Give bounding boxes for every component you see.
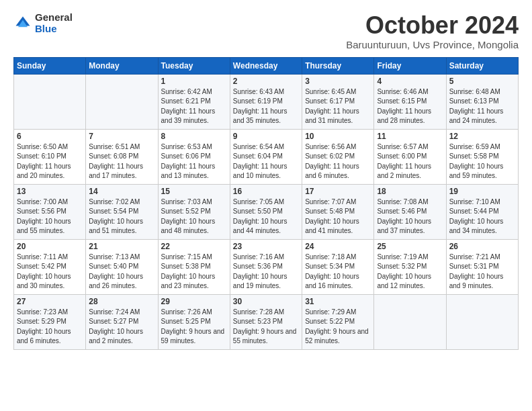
day-cell: 31Sunrise: 7:29 AM Sunset: 5:22 PM Dayli…: [302, 294, 374, 349]
header: General Blue October 2024 Baruunturuun, …: [13, 12, 519, 50]
day-number: 11: [377, 132, 443, 141]
col-header-friday: Friday: [374, 57, 446, 74]
day-info: Sunrise: 6:46 AM Sunset: 6:15 PM Dayligh…: [377, 87, 443, 126]
day-cell: 8Sunrise: 6:53 AM Sunset: 6:06 PM Daylig…: [158, 129, 230, 184]
day-number: 16: [233, 187, 299, 196]
day-info: Sunrise: 6:51 AM Sunset: 6:08 PM Dayligh…: [89, 142, 154, 181]
day-cell: 1Sunrise: 6:42 AM Sunset: 6:21 PM Daylig…: [158, 74, 230, 129]
day-number: 6: [17, 132, 83, 141]
day-number: 20: [17, 242, 83, 251]
day-number: 2: [233, 77, 299, 86]
day-number: 24: [305, 242, 371, 251]
day-number: 4: [377, 77, 443, 86]
day-cell: 5Sunrise: 6:48 AM Sunset: 6:13 PM Daylig…: [446, 74, 518, 129]
logo: General Blue: [13, 12, 73, 34]
day-number: 29: [161, 297, 227, 306]
day-info: Sunrise: 6:43 AM Sunset: 6:19 PM Dayligh…: [233, 87, 299, 126]
day-number: 19: [449, 187, 515, 196]
day-cell: 29Sunrise: 7:26 AM Sunset: 5:25 PM Dayli…: [158, 294, 230, 349]
day-cell: 22Sunrise: 7:15 AM Sunset: 5:38 PM Dayli…: [158, 239, 230, 294]
week-row-4: 20Sunrise: 7:11 AM Sunset: 5:42 PM Dayli…: [14, 239, 519, 294]
day-cell: 10Sunrise: 6:56 AM Sunset: 6:02 PM Dayli…: [302, 129, 374, 184]
day-info: Sunrise: 6:53 AM Sunset: 6:06 PM Dayligh…: [161, 142, 227, 181]
day-cell: 27Sunrise: 7:23 AM Sunset: 5:29 PM Dayli…: [14, 294, 86, 349]
day-info: Sunrise: 7:02 AM Sunset: 5:54 PM Dayligh…: [89, 197, 154, 236]
logo-general: General: [35, 12, 73, 24]
day-cell: 30Sunrise: 7:28 AM Sunset: 5:23 PM Dayli…: [230, 294, 302, 349]
day-cell: 7Sunrise: 6:51 AM Sunset: 6:08 PM Daylig…: [86, 129, 158, 184]
day-number: 13: [17, 187, 83, 196]
day-info: Sunrise: 7:26 AM Sunset: 5:25 PM Dayligh…: [161, 308, 227, 347]
day-number: 14: [89, 187, 154, 196]
day-cell: 6Sunrise: 6:50 AM Sunset: 6:10 PM Daylig…: [14, 129, 86, 184]
day-info: Sunrise: 6:59 AM Sunset: 5:58 PM Dayligh…: [449, 142, 515, 181]
day-cell: 26Sunrise: 7:21 AM Sunset: 5:31 PM Dayli…: [446, 239, 518, 294]
day-info: Sunrise: 7:28 AM Sunset: 5:23 PM Dayligh…: [233, 308, 299, 347]
day-info: Sunrise: 7:23 AM Sunset: 5:29 PM Dayligh…: [17, 308, 83, 347]
logo-text: General Blue: [35, 12, 73, 34]
day-info: Sunrise: 6:45 AM Sunset: 6:17 PM Dayligh…: [305, 87, 371, 126]
day-info: Sunrise: 7:13 AM Sunset: 5:40 PM Dayligh…: [89, 253, 154, 291]
day-info: Sunrise: 7:15 AM Sunset: 5:38 PM Dayligh…: [161, 253, 227, 291]
week-row-5: 27Sunrise: 7:23 AM Sunset: 5:29 PM Dayli…: [14, 294, 519, 349]
day-cell: [374, 294, 446, 349]
day-cell: 19Sunrise: 7:10 AM Sunset: 5:44 PM Dayli…: [446, 184, 518, 239]
week-row-2: 6Sunrise: 6:50 AM Sunset: 6:10 PM Daylig…: [14, 129, 519, 184]
day-number: 26: [449, 242, 515, 251]
day-number: 30: [233, 297, 299, 306]
page: General Blue October 2024 Baruunturuun, …: [0, 0, 532, 359]
day-cell: 18Sunrise: 7:08 AM Sunset: 5:46 PM Dayli…: [374, 184, 446, 239]
day-info: Sunrise: 7:07 AM Sunset: 5:48 PM Dayligh…: [305, 197, 371, 236]
day-info: Sunrise: 6:57 AM Sunset: 6:00 PM Dayligh…: [377, 142, 443, 181]
location: Baruunturuun, Uvs Province, Mongolia: [346, 39, 519, 50]
logo-icon: [13, 14, 32, 33]
day-cell: 3Sunrise: 6:45 AM Sunset: 6:17 PM Daylig…: [302, 74, 374, 129]
day-cell: 25Sunrise: 7:19 AM Sunset: 5:32 PM Dayli…: [374, 239, 446, 294]
day-number: 17: [305, 187, 371, 196]
day-info: Sunrise: 6:42 AM Sunset: 6:21 PM Dayligh…: [161, 87, 227, 126]
day-cell: 12Sunrise: 6:59 AM Sunset: 5:58 PM Dayli…: [446, 129, 518, 184]
day-number: 31: [305, 297, 371, 306]
day-info: Sunrise: 7:18 AM Sunset: 5:34 PM Dayligh…: [305, 253, 371, 291]
col-header-wednesday: Wednesday: [230, 57, 302, 74]
day-cell: [446, 294, 518, 349]
month-title: October 2024: [346, 12, 519, 39]
day-cell: 11Sunrise: 6:57 AM Sunset: 6:00 PM Dayli…: [374, 129, 446, 184]
title-block: October 2024 Baruunturuun, Uvs Province,…: [346, 12, 519, 50]
day-number: 12: [449, 132, 515, 141]
col-header-saturday: Saturday: [446, 57, 518, 74]
day-cell: 24Sunrise: 7:18 AM Sunset: 5:34 PM Dayli…: [302, 239, 374, 294]
day-info: Sunrise: 7:00 AM Sunset: 5:56 PM Dayligh…: [17, 197, 83, 236]
day-number: 10: [305, 132, 371, 141]
day-info: Sunrise: 7:10 AM Sunset: 5:44 PM Dayligh…: [449, 197, 515, 236]
day-number: 5: [449, 77, 515, 86]
day-number: 21: [89, 242, 154, 251]
week-row-3: 13Sunrise: 7:00 AM Sunset: 5:56 PM Dayli…: [14, 184, 519, 239]
day-number: 18: [377, 187, 443, 196]
day-info: Sunrise: 7:16 AM Sunset: 5:36 PM Dayligh…: [233, 253, 299, 291]
day-number: 23: [233, 242, 299, 251]
day-cell: 21Sunrise: 7:13 AM Sunset: 5:40 PM Dayli…: [86, 239, 158, 294]
day-info: Sunrise: 7:05 AM Sunset: 5:50 PM Dayligh…: [233, 197, 299, 236]
day-cell: [86, 74, 158, 129]
day-number: 15: [161, 187, 227, 196]
day-number: 1: [161, 77, 227, 86]
day-info: Sunrise: 6:50 AM Sunset: 6:10 PM Dayligh…: [17, 142, 83, 181]
day-info: Sunrise: 7:19 AM Sunset: 5:32 PM Dayligh…: [377, 253, 443, 291]
logo-blue: Blue: [35, 24, 73, 35]
day-number: 7: [89, 132, 154, 141]
day-cell: 17Sunrise: 7:07 AM Sunset: 5:48 PM Dayli…: [302, 184, 374, 239]
day-cell: 14Sunrise: 7:02 AM Sunset: 5:54 PM Dayli…: [86, 184, 158, 239]
day-cell: 16Sunrise: 7:05 AM Sunset: 5:50 PM Dayli…: [230, 184, 302, 239]
week-row-1: 1Sunrise: 6:42 AM Sunset: 6:21 PM Daylig…: [14, 74, 519, 129]
header-row: SundayMondayTuesdayWednesdayThursdayFrid…: [14, 57, 519, 74]
day-info: Sunrise: 6:54 AM Sunset: 6:04 PM Dayligh…: [233, 142, 299, 181]
day-cell: 2Sunrise: 6:43 AM Sunset: 6:19 PM Daylig…: [230, 74, 302, 129]
day-info: Sunrise: 7:21 AM Sunset: 5:31 PM Dayligh…: [449, 253, 515, 291]
day-number: 27: [17, 297, 83, 306]
day-cell: 20Sunrise: 7:11 AM Sunset: 5:42 PM Dayli…: [14, 239, 86, 294]
day-info: Sunrise: 7:08 AM Sunset: 5:46 PM Dayligh…: [377, 197, 443, 236]
day-info: Sunrise: 7:03 AM Sunset: 5:52 PM Dayligh…: [161, 197, 227, 236]
day-info: Sunrise: 7:11 AM Sunset: 5:42 PM Dayligh…: [17, 253, 83, 291]
day-number: 3: [305, 77, 371, 86]
